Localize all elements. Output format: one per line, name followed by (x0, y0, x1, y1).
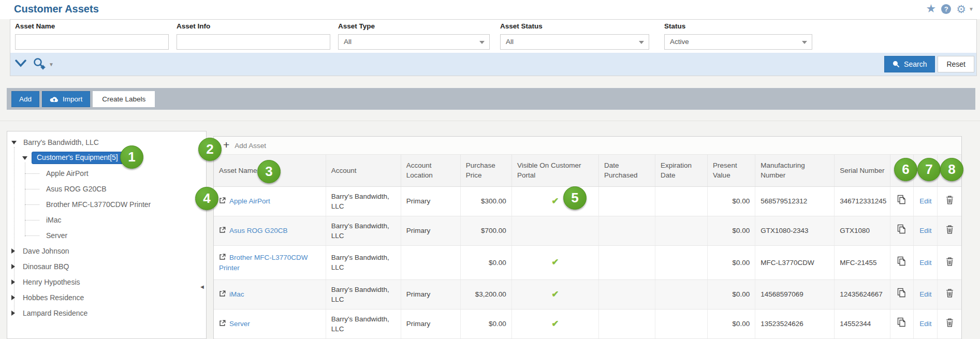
column-header-account-location[interactable]: Account Location (401, 155, 460, 186)
asset-name-link[interactable]: iMac (229, 290, 244, 298)
asset-name-input[interactable] (15, 34, 169, 50)
column-header-date-purchased[interactable]: Date Purchased (598, 155, 655, 186)
delete-trash-icon[interactable] (946, 288, 954, 300)
date-purchased-cell (598, 279, 655, 309)
expander-closed-icon[interactable] (11, 279, 15, 285)
asset-name-link[interactable]: Server (229, 320, 250, 328)
table-row: iMac Barry's Bandwidth, LLC Primary $3,2… (214, 279, 961, 309)
asset-info-input[interactable] (177, 34, 330, 50)
expander-open-icon[interactable] (11, 141, 17, 144)
assets-table-panel: + Add Asset Asset Name Account Account L… (213, 136, 962, 339)
expander-open-icon[interactable] (22, 156, 27, 160)
column-header-account[interactable]: Account (326, 155, 401, 186)
manufacturing-number-cell: 14568597069 (755, 279, 835, 309)
copy-asset-icon[interactable] (897, 224, 906, 237)
tree-node-account[interactable]: Barry's Bandwidth, LLC (7, 135, 206, 150)
manufacturing-number-cell: 568579512312 (755, 186, 835, 216)
column-header-visible-on-portal[interactable]: Visible On Customer Portal (511, 155, 598, 186)
collapse-filters-chevron-icon[interactable] (15, 60, 26, 69)
tree-node-asset[interactable]: iMac (7, 212, 206, 228)
tree-node-account[interactable]: Hobbes Residence (7, 290, 206, 305)
copy-asset-icon[interactable] (897, 288, 906, 301)
delete-trash-icon[interactable] (946, 225, 954, 237)
delete-trash-icon[interactable] (946, 195, 954, 207)
table-row: Asus ROG G20CB Barry's Bandwidth, LLC Pr… (214, 216, 961, 245)
panel-collapse-arrow-icon[interactable]: ◄ (199, 284, 205, 290)
copy-asset-icon[interactable] (897, 195, 906, 208)
asset-name-link[interactable]: Brother MFC-L3770CDW Printer (219, 254, 308, 272)
assets-table: Asset Name Account Account Location Purc… (214, 155, 961, 339)
open-asset-icon[interactable] (219, 226, 226, 236)
tree-node-account[interactable]: Dave Johnson (7, 243, 206, 259)
asset-name-field: Asset Name (15, 22, 169, 50)
edit-link[interactable]: Edit (919, 290, 931, 298)
asset-info-field: Asset Info (177, 22, 330, 50)
asset-name-link[interactable]: Asus ROG G20CB (229, 227, 288, 234)
open-asset-icon[interactable] (219, 319, 226, 329)
copy-asset-icon[interactable] (897, 256, 906, 269)
saved-search-caret-icon[interactable]: ▼ (49, 62, 54, 67)
manufacturing-number-cell: MFC-L3770CDW (755, 245, 835, 279)
page-header: Customer Assets ★ ? ⚙ ▼ (0, 0, 980, 19)
column-header-purchase-price[interactable]: Purchase Price (460, 155, 511, 186)
expiration-date-cell (655, 186, 708, 216)
settings-caret-icon[interactable]: ▼ (969, 6, 974, 12)
saved-search-gear-icon[interactable] (33, 57, 47, 72)
content-divider (0, 121, 980, 121)
copy-asset-icon[interactable] (897, 317, 906, 330)
tree-node-asset[interactable]: Asus ROG G20CB (7, 181, 206, 197)
date-purchased-cell (598, 309, 655, 338)
open-asset-icon[interactable] (219, 253, 226, 263)
annotation-badge-8: 8 (940, 158, 963, 181)
chevron-down-icon (479, 41, 485, 44)
tree-node-account[interactable]: Lampard Residence (7, 305, 206, 321)
edit-link[interactable]: Edit (919, 259, 931, 267)
expander-closed-icon[interactable] (11, 295, 15, 300)
tree-node-asset[interactable]: Server (7, 228, 206, 243)
favorite-star-icon[interactable]: ★ (926, 3, 937, 14)
delete-trash-icon[interactable] (946, 257, 954, 269)
help-icon[interactable]: ? (941, 4, 951, 14)
asset-name-link[interactable]: Apple AirPort (229, 197, 270, 205)
settings-gear-icon[interactable]: ⚙ (956, 4, 966, 14)
asset-type-select[interactable]: All (338, 34, 490, 50)
tree-node-account[interactable]: Dinosaur BBQ (7, 259, 206, 274)
expander-closed-icon[interactable] (11, 248, 15, 254)
tree-node-asset[interactable]: Apple AirPort (7, 166, 206, 181)
create-labels-button[interactable]: Create Labels (93, 91, 155, 107)
account-cell: Barry's Bandwidth, LLC (326, 245, 401, 279)
tree-node-asset[interactable]: Brother MFC-L3770CDW Printer (7, 197, 206, 212)
delete-trash-icon[interactable] (946, 318, 954, 330)
import-button[interactable]: Import (42, 91, 90, 107)
visible-check-icon: ✔ (551, 196, 559, 206)
table-row: Apple AirPort Barry's Bandwidth, LLC Pri… (214, 186, 961, 216)
column-header-serial-number[interactable]: Serial Number (835, 155, 890, 186)
open-asset-icon[interactable] (219, 290, 226, 300)
column-header-expiration-date[interactable]: Expiration Date (655, 155, 708, 186)
reset-button[interactable]: Reset (938, 56, 974, 72)
serial-number-cell: 14552344 (835, 309, 890, 338)
account-cell: Barry's Bandwidth, LLC (326, 186, 401, 216)
add-asset-button[interactable]: + Add Asset (214, 137, 961, 155)
column-header-present-value[interactable]: Present Value (708, 155, 755, 186)
present-value-cell: $0.00 (708, 216, 755, 245)
serial-number-cell: MFC-21455 (835, 245, 890, 279)
column-header-manufacturing-number[interactable]: Manufacturing Number (755, 155, 835, 186)
expander-closed-icon[interactable] (11, 311, 15, 316)
open-asset-icon[interactable] (219, 197, 226, 207)
tree-node-equipment-group-selected[interactable]: Customer's Equipment[5] (7, 150, 206, 166)
status-select[interactable]: Active (664, 34, 812, 50)
selected-tree-node[interactable]: Customer's Equipment[5] (32, 152, 123, 164)
edit-link[interactable]: Edit (919, 227, 931, 234)
expander-closed-icon[interactable] (11, 264, 15, 269)
search-button[interactable]: Search (884, 56, 935, 72)
asset-status-select[interactable]: All (500, 34, 649, 50)
edit-link[interactable]: Edit (919, 320, 931, 328)
date-purchased-cell (598, 216, 655, 245)
account-location-cell: Primary (401, 186, 460, 216)
edit-link[interactable]: Edit (919, 197, 931, 205)
tree-node-account[interactable]: Henry Hypothesis (7, 274, 206, 290)
status-field: Status Active (664, 22, 812, 50)
add-button[interactable]: Add (11, 91, 39, 107)
serial-number-cell: GTX1080 (835, 216, 890, 245)
